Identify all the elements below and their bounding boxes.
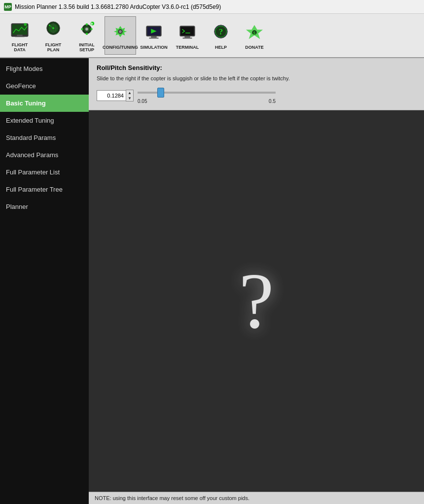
config-tuning-icon <box>110 21 130 44</box>
sidebar-item-standard-params[interactable]: Standard Params <box>0 129 89 146</box>
sidebar-item-geofence[interactable]: GeoFence <box>0 77 89 95</box>
svg-rect-27 <box>151 36 156 38</box>
svg-rect-18 <box>81 28 83 30</box>
section-title: Roll/Pitch Sensitivity: <box>97 64 416 71</box>
slider-labels: 0.05 0.5 <box>138 99 276 104</box>
initial-setup-icon <box>77 18 97 42</box>
sidebar-item-flight-modes[interactable]: Flight Modes <box>0 60 89 77</box>
sidebar-item-planner[interactable]: Planner <box>0 198 89 215</box>
bottom-note-bar: NOTE: using this interface may reset som… <box>89 492 424 504</box>
toolbar-flight-data-label: FLIGHT DATA <box>6 43 34 53</box>
titlebar-title: Mission Planner 1.3.56 build 1.3.6681.27… <box>15 3 221 10</box>
toolbar-help[interactable]: ? HELP <box>205 16 237 55</box>
spinner-up-button[interactable]: ▲ <box>126 90 133 96</box>
slider-min-label: 0.05 <box>138 99 147 104</box>
slider-row: ▲ ▼ 0.05 0.5 <box>97 88 416 104</box>
content-area: Roll/Pitch Sensitivity: Slide to the rig… <box>89 58 424 504</box>
toolbar-config-tuning[interactable]: CONFIG/TUNING <box>105 16 136 55</box>
sidebar-item-full-parameter-list[interactable]: Full Parameter List <box>0 164 89 181</box>
question-mark-visual: ? <box>239 262 274 340</box>
toolbar-simulation[interactable]: SIMULATION <box>138 16 170 55</box>
simulation-icon <box>144 21 164 44</box>
donate-icon: $ <box>245 21 264 44</box>
svg-rect-32 <box>184 36 190 38</box>
svg-rect-19 <box>91 28 93 30</box>
toolbar-flight-plan-label: FLIGHT PLAN <box>39 43 67 53</box>
svg-rect-17 <box>86 33 88 35</box>
svg-point-4 <box>24 23 27 26</box>
content-top-panel: Roll/Pitch Sensitivity: Slide to the rig… <box>89 58 424 110</box>
svg-text:$: $ <box>253 31 256 35</box>
sidebar-item-basic-tuning[interactable]: Basic Tuning <box>0 95 89 112</box>
svg-rect-33 <box>183 37 192 38</box>
content-dark-area: ? <box>89 110 424 492</box>
help-icon: ? <box>211 21 231 44</box>
slider-value-input[interactable] <box>97 90 126 101</box>
svg-point-15 <box>85 28 88 31</box>
sidebar-item-full-parameter-tree[interactable]: Full Parameter Tree <box>0 181 89 198</box>
svg-rect-28 <box>149 37 159 38</box>
sidebar-item-extended-tuning[interactable]: Extended Tuning <box>0 112 89 129</box>
toolbar-simulation-label: SIMULATION <box>140 45 167 50</box>
toolbar-help-label: HELP <box>215 45 227 50</box>
svg-rect-16 <box>86 24 88 26</box>
toolbar-flight-data[interactable]: FLIGHT DATA <box>4 16 35 55</box>
svg-rect-31 <box>181 27 194 35</box>
svg-text:?: ? <box>219 27 223 36</box>
svg-rect-2 <box>17 35 22 36</box>
sidebar: Flight Modes GeoFence Basic Tuning Exten… <box>0 58 89 504</box>
titlebar-icon-text: MP <box>4 4 11 9</box>
slider-track <box>138 88 285 98</box>
sidebar-item-advanced-params[interactable]: Advanced Params <box>0 146 89 164</box>
toolbar-donate-label: DONATE <box>245 45 263 50</box>
sensitivity-slider[interactable] <box>138 92 276 94</box>
section-desc: Slide to the right if the copter is slug… <box>97 74 304 83</box>
flight-data-icon <box>10 18 30 42</box>
toolbar-terminal[interactable]: TERMINAL <box>172 16 203 55</box>
svg-point-24 <box>119 30 122 33</box>
titlebar: MP Mission Planner 1.3.56 build 1.3.6681… <box>0 0 424 14</box>
flight-plan-icon <box>43 18 63 42</box>
slider-container: 0.05 0.5 <box>138 88 285 104</box>
titlebar-icon: MP <box>4 3 12 11</box>
toolbar-flight-plan[interactable]: FLIGHT PLAN <box>37 16 69 55</box>
slider-max-label: 0.5 <box>269 99 276 104</box>
bottom-note-text: NOTE: using this interface may reset som… <box>95 495 249 501</box>
toolbar-config-tuning-label: CONFIG/TUNING <box>103 45 138 50</box>
svg-rect-3 <box>15 36 25 37</box>
main-layout: Flight Modes GeoFence Basic Tuning Exten… <box>0 58 424 504</box>
toolbar-donate[interactable]: $ DONATE <box>239 16 270 55</box>
spinner-buttons: ▲ ▼ <box>126 90 134 101</box>
toolbar-initial-setup-label: INITIAL SETUP <box>73 43 101 53</box>
toolbar: FLIGHT DATA FLIGHT PLAN <box>0 14 424 58</box>
toolbar-initial-setup[interactable]: INITIAL SETUP <box>71 16 103 55</box>
toolbar-terminal-label: TERMINAL <box>176 45 199 50</box>
spinner-down-button[interactable]: ▼ <box>126 96 133 101</box>
terminal-icon <box>177 21 197 44</box>
